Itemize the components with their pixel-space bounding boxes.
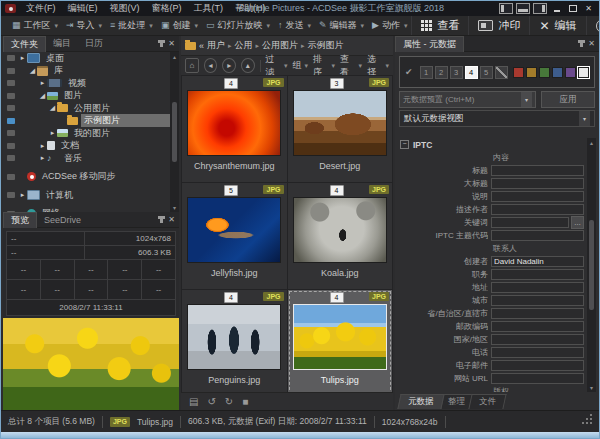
batch-button[interactable]: ≡ 批处理▾ [106,19,157,32]
close-icon[interactable]: ✕ [168,216,175,224]
metadata-view-dropdown[interactable]: 默认元数据视图 ▾ [399,110,595,127]
file-thumbnail-koala[interactable]: 4 JPG Koala.jpg [288,183,393,289]
expand-arrow-icon[interactable]: ▸ [18,54,27,62]
menu-edit[interactable]: 编辑(E) [62,2,104,15]
easy-select-indicator[interactable] [7,93,15,99]
expand-arrow-icon[interactable]: ◢ [18,92,47,100]
export-icon[interactable]: ▤ [189,396,198,407]
slideshow-button[interactable]: ▭ 幻灯片放映▾ [202,19,274,32]
scroll-up-icon[interactable]: ▴ [173,53,176,60]
workspace-button[interactable]: ▦ 工作区▾ [8,19,62,32]
layout-right-panel-button[interactable] [533,3,547,14]
thumbnail-image[interactable] [187,90,281,156]
description-field[interactable] [491,191,584,202]
scroll-down-icon[interactable]: ▾ [173,204,176,211]
pin-icon[interactable] [580,40,583,47]
breadcrumb-root-icon[interactable]: « [199,41,204,51]
file-thumbnail-jellyfish[interactable]: 5 JPG Jellyfish.jpg [182,183,287,289]
pin-icon[interactable] [160,40,163,47]
tab-properties-metadata[interactable]: 属性 - 元数据 [395,36,464,52]
pin-icon[interactable] [160,216,163,223]
creator-field[interactable] [491,256,584,267]
rating-2-button[interactable]: 2 [435,66,448,79]
scrollbar-thumb[interactable] [589,220,594,310]
view-mode-button[interactable]: 查看 [411,16,468,35]
expand-arrow-icon[interactable]: ▸ [18,154,47,162]
menu-view[interactable]: 视图(V) [104,2,146,15]
layout-bottom-panel-button[interactable] [516,3,530,14]
thumbnail-image[interactable] [187,304,281,370]
develop-mode-button[interactable]: 冲印 [468,16,529,35]
label-purple-button[interactable] [565,67,576,78]
label-blue-button[interactable] [552,67,563,78]
city-field[interactable] [491,295,584,306]
tree-item-public-pictures[interactable]: ◢ 公用图片 [3,102,170,115]
thumbnail-image[interactable] [293,304,387,370]
tree-item-libraries[interactable]: ◢ 库 [3,65,170,78]
thumbnail-image[interactable] [293,197,387,263]
expand-arrow-icon[interactable]: ◢ [18,104,57,112]
easy-select-indicator[interactable] [7,192,15,198]
file-thumbnail-penguins[interactable]: 4 JPG Penguins.jpg [182,290,287,396]
back-button[interactable]: ◂ [204,58,218,73]
file-thumbnail-chrysanthemum[interactable]: 4 JPG Chrysanthemum.jpg [182,76,287,182]
tree-item-acdsee-mobile-sync[interactable]: ACDSee 移动同步 [3,171,170,184]
job-title-field[interactable] [491,269,584,280]
thumbnail-image[interactable] [293,90,387,156]
keywords-more-button[interactable]: … [571,216,584,229]
rating-4-button[interactable]: 4 [465,66,478,79]
email-field[interactable] [491,360,584,371]
send-button[interactable]: ↑ 发送▾ [274,19,315,32]
tab-preview[interactable]: 预览 [3,212,37,228]
scroll-down-icon[interactable]: ▾ [590,384,593,391]
chevron-down-icon[interactable]: ▾ [579,111,590,126]
country-field[interactable] [491,334,584,345]
keywords-field[interactable] [491,217,569,228]
expand-arrow-icon[interactable]: ▸ [18,79,47,87]
rotate-left-icon[interactable]: ↺ [207,396,215,407]
home-button[interactable]: ⌂ [185,58,199,73]
breadcrumb-sample-pictures[interactable]: 示例图片 [308,39,344,52]
label-green-button[interactable] [539,67,550,78]
minimize-button[interactable] [550,4,563,14]
editors-button[interactable]: ✎ 编辑器▾ [315,19,368,32]
tree-item-my-pictures[interactable]: ▸ 我的图片 [3,127,170,140]
website-url-field[interactable] [491,373,584,384]
tree-item-videos[interactable]: ▸ 视频 [3,77,170,90]
tree-item-documents[interactable]: ▸ 文档 [3,140,170,153]
title-field[interactable] [491,165,584,176]
metadata-scrollbar[interactable]: ▴ ▾ [587,138,596,392]
breadcrumb-users[interactable]: 用户 [207,39,225,52]
tree-item-music[interactable]: ▸ ♪ 音乐 [3,152,170,165]
label-red-button[interactable] [513,67,524,78]
folder-tree-scrollbar[interactable]: ▴ ▾ [170,52,179,212]
label-yellow-button[interactable] [526,67,537,78]
stop-icon[interactable]: ■ [242,396,248,407]
scroll-up-icon[interactable]: ▴ [590,139,593,146]
thumbnail-image[interactable] [187,197,281,263]
maximize-button[interactable] [566,4,579,14]
forward-button[interactable]: ▸ [222,58,236,73]
chevron-down-icon[interactable]: ▾ [521,92,532,107]
file-thumbnail-desert[interactable]: 3 JPG Desert.jpg [288,76,393,182]
clear-rating-button[interactable] [495,66,508,79]
breadcrumb-public[interactable]: 公用 [235,39,253,52]
easy-select-indicator[interactable] [7,118,15,124]
file-thumbnail-tulips-selected[interactable]: 4 JPG Tulips.jpg [288,290,393,396]
expand-arrow-icon[interactable]: ▸ [18,142,47,150]
easy-select-indicator[interactable] [7,143,15,149]
group-menu[interactable]: 组▾ [293,59,309,72]
create-button[interactable]: ▣ 创建▾ [157,19,202,32]
close-icon[interactable]: ✕ [588,40,595,48]
address-field[interactable] [491,282,584,293]
collapse-icon[interactable]: − [400,140,409,149]
metadata-preset-dropdown[interactable]: 元数据预置 (Ctrl+M) ▾ [399,91,536,108]
close-button[interactable]: ✕ [582,4,595,14]
tab-metadata[interactable]: 元数据 [397,394,444,409]
easy-select-indicator[interactable] [7,68,15,74]
tab-folders[interactable]: 文件夹 [3,36,46,52]
expand-arrow-icon[interactable]: ◢ [18,67,37,75]
state-field[interactable] [491,308,584,319]
tab-catalog[interactable]: 编目 [46,36,78,51]
easy-select-indicator[interactable] [7,130,15,136]
